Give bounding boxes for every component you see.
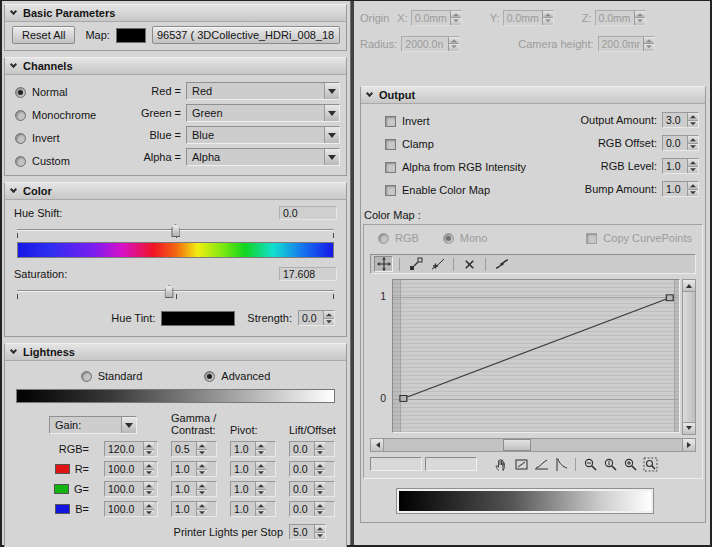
rgb-gamma-spinner[interactable]: 0.5 bbox=[171, 441, 217, 457]
spinner-arrows-icon[interactable] bbox=[314, 482, 325, 496]
red-lift-spinner[interactable]: 0.0 bbox=[289, 461, 335, 477]
rgb-pivot-spinner[interactable]: 1.0 bbox=[230, 441, 276, 457]
spinner-arrows-icon[interactable] bbox=[314, 442, 325, 456]
camera-height-spinner[interactable]: 200.0mr bbox=[598, 36, 656, 52]
rgb-lift-spinner[interactable]: 0.0 bbox=[289, 441, 335, 457]
spinner-arrows-icon[interactable] bbox=[450, 11, 461, 25]
add-point-button[interactable] bbox=[428, 256, 447, 272]
slider-handle[interactable] bbox=[171, 224, 180, 237]
zoom-region-button[interactable] bbox=[641, 456, 659, 472]
bump-amount-spinner[interactable]: 1.0 bbox=[662, 181, 699, 197]
zoom-button[interactable] bbox=[621, 456, 639, 472]
curve-vertical-scrollbar[interactable] bbox=[682, 279, 696, 435]
red-channel-dropdown[interactable]: Red bbox=[186, 82, 340, 100]
curve-point-end[interactable] bbox=[666, 295, 673, 301]
spinner-arrows-icon[interactable] bbox=[323, 311, 334, 325]
rollout-header-basic-parameters[interactable]: Basic Parameters bbox=[5, 5, 346, 22]
rgb-offset-spinner[interactable]: 0.0 bbox=[662, 135, 699, 151]
spinner-arrows-icon[interactable] bbox=[143, 502, 154, 516]
radio-advanced[interactable]: Advanced bbox=[204, 370, 270, 382]
clamp-checkbox[interactable]: Clamp bbox=[385, 138, 539, 150]
green-channel-dropdown[interactable]: Green bbox=[186, 104, 340, 122]
spinner-arrows-icon[interactable] bbox=[687, 136, 698, 150]
spinner-arrows-icon[interactable] bbox=[255, 502, 266, 516]
radio-rgb[interactable]: RGB bbox=[378, 232, 419, 244]
horizontal-scroll-thumb[interactable] bbox=[503, 439, 531, 451]
slider-handle[interactable] bbox=[165, 285, 174, 298]
smooth-curve-button[interactable] bbox=[492, 256, 511, 272]
spinner-arrows-icon[interactable] bbox=[314, 462, 325, 476]
rgb-gain-spinner[interactable]: 120.0 bbox=[104, 441, 158, 457]
horizontal-scroll-track[interactable] bbox=[384, 439, 682, 451]
scroll-right-button[interactable] bbox=[682, 439, 695, 451]
spinner-arrows-icon[interactable] bbox=[687, 113, 698, 127]
spinner-arrows-icon[interactable] bbox=[196, 482, 207, 496]
rollout-header-color[interactable]: Color bbox=[5, 183, 346, 200]
origin-z-spinner[interactable]: 0.0mm bbox=[595, 10, 646, 26]
point-x-field[interactable] bbox=[370, 457, 422, 471]
spinner-arrows-icon[interactable] bbox=[314, 525, 325, 539]
blue-channel-dropdown[interactable]: Blue bbox=[186, 126, 340, 144]
invert-checkbox[interactable]: Invert bbox=[385, 115, 539, 127]
printer-lights-spinner[interactable]: 5.0 bbox=[289, 524, 326, 540]
enable-color-map-checkbox[interactable]: Enable Color Map bbox=[385, 184, 539, 196]
scroll-down-button[interactable] bbox=[683, 422, 695, 434]
radio-invert[interactable]: Invert bbox=[15, 132, 137, 144]
rollout-header-lightness[interactable]: Lightness bbox=[5, 344, 346, 361]
saturation-slider[interactable] bbox=[17, 283, 334, 300]
delete-point-button[interactable] bbox=[460, 256, 479, 272]
radio-mono[interactable]: Mono bbox=[443, 232, 488, 244]
saturation-value[interactable]: 17.608 bbox=[279, 267, 337, 281]
gain-mode-dropdown[interactable]: Gain: bbox=[49, 416, 137, 434]
radius-spinner[interactable]: 2000.0n bbox=[401, 36, 460, 52]
curve-horizontal-scrollbar[interactable] bbox=[370, 438, 696, 452]
blue-lift-spinner[interactable]: 0.0 bbox=[289, 501, 335, 517]
spinner-arrows-icon[interactable] bbox=[634, 11, 645, 25]
radio-normal[interactable]: Normal bbox=[15, 86, 137, 98]
blue-pivot-spinner[interactable]: 1.0 bbox=[230, 501, 276, 517]
spinner-arrows-icon[interactable] bbox=[196, 462, 207, 476]
origin-y-spinner[interactable]: 0.0mm bbox=[503, 10, 554, 26]
red-gain-spinner[interactable]: 100.0 bbox=[104, 461, 158, 477]
spinner-arrows-icon[interactable] bbox=[542, 11, 553, 25]
map-button[interactable]: 96537 ( 3DCollective_HDRi_008_18 bbox=[152, 26, 340, 44]
curve-plot-area[interactable] bbox=[392, 279, 680, 433]
spinner-arrows-icon[interactable] bbox=[448, 37, 459, 51]
point-y-field[interactable] bbox=[425, 457, 477, 471]
rollout-header-channels[interactable]: Channels bbox=[5, 58, 346, 75]
zoom-value-button[interactable] bbox=[601, 456, 619, 472]
green-gamma-spinner[interactable]: 1.0 bbox=[171, 481, 217, 497]
green-lift-spinner[interactable]: 0.0 bbox=[289, 481, 335, 497]
spinner-arrows-icon[interactable] bbox=[143, 482, 154, 496]
spinner-arrows-icon[interactable] bbox=[643, 37, 654, 51]
scale-point-button[interactable] bbox=[406, 256, 425, 272]
copy-curvepoints-checkbox[interactable]: Copy CurvePoints bbox=[586, 232, 692, 244]
move-point-button[interactable] bbox=[374, 256, 393, 272]
reset-all-button[interactable]: Reset All bbox=[12, 26, 75, 44]
origin-x-spinner[interactable]: 0.0mm bbox=[411, 10, 462, 26]
radio-custom[interactable]: Custom bbox=[15, 155, 137, 167]
rgb-level-spinner[interactable]: 1.0 bbox=[662, 158, 699, 174]
spinner-arrows-icon[interactable] bbox=[143, 462, 154, 476]
radio-standard[interactable]: Standard bbox=[81, 370, 143, 382]
zoom-extents-button[interactable] bbox=[512, 456, 530, 472]
rollout-header-output[interactable]: Output bbox=[361, 87, 705, 104]
hue-shift-value[interactable]: 0.0 bbox=[279, 206, 337, 220]
spinner-arrows-icon[interactable] bbox=[687, 182, 698, 196]
spinner-arrows-icon[interactable] bbox=[255, 482, 266, 496]
blue-gamma-spinner[interactable]: 1.0 bbox=[171, 501, 217, 517]
red-pivot-spinner[interactable]: 1.0 bbox=[230, 461, 276, 477]
red-gamma-spinner[interactable]: 1.0 bbox=[171, 461, 217, 477]
output-amount-spinner[interactable]: 3.0 bbox=[662, 112, 699, 128]
vertical-scroll-thumb[interactable] bbox=[683, 292, 695, 422]
scroll-left-button[interactable] bbox=[371, 439, 384, 451]
map-color-swatch[interactable] bbox=[116, 28, 146, 43]
spinner-arrows-icon[interactable] bbox=[143, 442, 154, 456]
spinner-arrows-icon[interactable] bbox=[314, 502, 325, 516]
scroll-up-button[interactable] bbox=[683, 280, 695, 292]
spinner-arrows-icon[interactable] bbox=[687, 159, 698, 173]
curve-point-start[interactable] bbox=[400, 395, 407, 401]
spinner-arrows-icon[interactable] bbox=[255, 442, 266, 456]
radio-monochrome[interactable]: Monochrome bbox=[15, 109, 137, 121]
zoom-horizontal-button[interactable] bbox=[581, 456, 599, 472]
